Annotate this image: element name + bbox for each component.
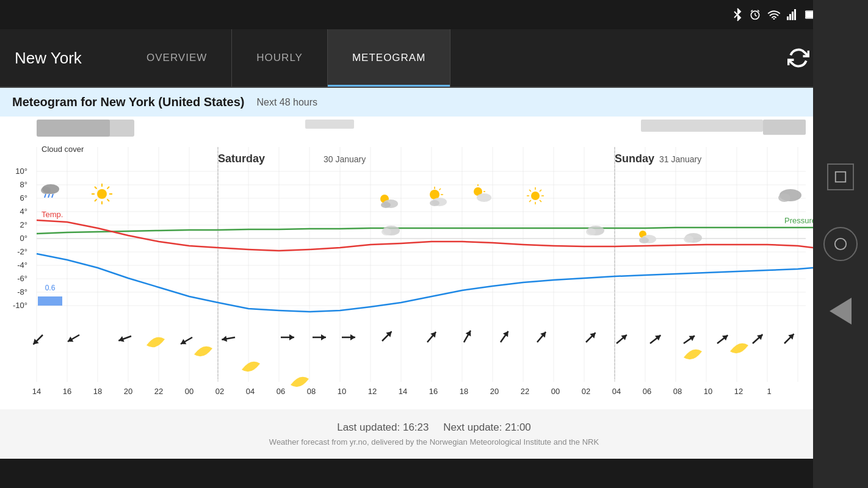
wind-arrow-11 xyxy=(461,329,474,343)
square-button[interactable] xyxy=(827,163,854,190)
svg-rect-182 xyxy=(836,172,846,182)
svg-line-1 xyxy=(734,15,737,18)
signal-icon xyxy=(787,9,799,20)
svg-text:14: 14 xyxy=(399,387,407,396)
svg-text:4°: 4° xyxy=(20,207,27,216)
svg-rect-18 xyxy=(763,120,806,135)
svg-line-83 xyxy=(52,194,53,198)
svg-point-92 xyxy=(430,200,439,206)
weather-icon-partcloud2 xyxy=(430,187,447,206)
wind-arrow-4 xyxy=(179,335,193,347)
svg-text:20: 20 xyxy=(124,387,132,396)
footer-update-info: Last updated: 16:23 Next update: 21:00 xyxy=(12,422,856,434)
svg-text:04: 04 xyxy=(612,387,621,396)
wind-arrow-9 xyxy=(380,329,394,343)
svg-text:00: 00 xyxy=(185,387,193,396)
status-bar: 16:25 xyxy=(0,0,868,29)
last-updated: Last updated: 16:23 xyxy=(337,422,429,433)
svg-text:-4°: -4° xyxy=(17,260,27,270)
svg-marker-124 xyxy=(179,339,186,347)
tab-overview[interactable]: OVERVIEW xyxy=(122,29,232,87)
refresh-button[interactable] xyxy=(783,42,814,74)
svg-line-116 xyxy=(540,200,541,202)
svg-line-113 xyxy=(529,190,531,192)
wind-arrow-1 xyxy=(31,332,45,346)
svg-point-108 xyxy=(531,192,540,200)
nav-bar: New York OVERVIEW HOURLY METEOGRAM xyxy=(0,29,868,88)
svg-text:02: 02 xyxy=(215,387,224,396)
weather-icon-partcloud4 xyxy=(639,231,656,243)
feels-line xyxy=(37,254,813,312)
pressure-label: Pressure xyxy=(784,216,813,225)
weather-icon-partcloud1 xyxy=(380,195,398,208)
chart-container: Cloud cover Saturday 30 January Sunday 3… xyxy=(0,117,813,409)
weather-icon-cloud-big xyxy=(778,189,801,202)
pressure-line xyxy=(37,228,813,234)
cloud-cover-label: Cloud cover xyxy=(42,145,84,154)
svg-text:22: 22 xyxy=(521,387,529,396)
precip-bar xyxy=(38,296,62,306)
svg-text:04: 04 xyxy=(246,387,255,396)
svg-line-0 xyxy=(734,12,737,15)
wind-arrow-14 xyxy=(584,331,598,345)
weather-icon-partcloud5 xyxy=(684,233,702,243)
svg-line-115 xyxy=(529,200,531,202)
weather-icon-sun1 xyxy=(92,184,112,204)
back-button[interactable] xyxy=(830,298,852,325)
svg-rect-7 xyxy=(789,14,791,20)
wind-arrow-7 xyxy=(313,334,326,340)
svg-text:-2°: -2° xyxy=(17,247,27,256)
wind-arrow-15 xyxy=(615,332,629,346)
svg-point-107 xyxy=(778,193,790,202)
svg-text:0°: 0° xyxy=(20,234,27,243)
svg-marker-132 xyxy=(350,334,355,340)
tab-hourly[interactable]: HOURLY xyxy=(232,29,328,87)
svg-point-98 xyxy=(382,228,391,235)
svg-line-78 xyxy=(107,199,110,202)
footer: Last updated: 16:23 Next update: 21:00 W… xyxy=(0,409,868,459)
weather-icon-cloud1 xyxy=(382,226,400,235)
svg-text:12: 12 xyxy=(368,387,377,396)
weather-icon-rain xyxy=(41,184,59,198)
svg-rect-16 xyxy=(305,120,354,129)
svg-text:14: 14 xyxy=(32,387,41,396)
svg-text:06: 06 xyxy=(643,387,651,396)
saturday-date: 30 January xyxy=(324,154,366,164)
tab-meteogram[interactable]: METEOGRAM xyxy=(328,29,450,87)
svg-marker-138 xyxy=(466,329,474,336)
weather-icon-cloud2 xyxy=(586,226,604,235)
moon-icon-1 xyxy=(146,337,165,348)
svg-text:-8°: -8° xyxy=(17,287,27,296)
svg-text:08: 08 xyxy=(307,387,316,396)
meteogram-content: Meteogram for New York (United States) N… xyxy=(0,88,813,409)
svg-rect-15 xyxy=(37,120,110,137)
svg-text:18: 18 xyxy=(93,387,102,396)
wind-arrow-5 xyxy=(221,334,235,343)
svg-text:12: 12 xyxy=(734,387,743,396)
svg-point-105 xyxy=(684,235,693,243)
circle-button[interactable] xyxy=(823,227,858,261)
wind-arrow-20 xyxy=(782,332,796,346)
wind-arrow-12 xyxy=(498,329,511,344)
svg-text:6°: 6° xyxy=(20,193,27,203)
sunday-label: Sunday xyxy=(615,152,654,165)
svg-rect-6 xyxy=(787,16,789,20)
moon-icon-6 xyxy=(730,343,748,354)
svg-marker-122 xyxy=(118,336,125,343)
svg-line-76 xyxy=(107,187,110,189)
svg-text:2°: 2° xyxy=(20,220,27,229)
svg-text:00: 00 xyxy=(551,387,560,396)
svg-point-96 xyxy=(477,193,491,202)
svg-text:18: 18 xyxy=(460,387,468,396)
svg-marker-130 xyxy=(321,334,326,340)
meteogram-subtitle: Next 48 hours xyxy=(256,97,317,108)
svg-text:22: 22 xyxy=(154,387,163,396)
svg-line-90 xyxy=(439,188,441,190)
wind-arrow-13 xyxy=(535,330,548,344)
svg-text:10: 10 xyxy=(338,387,346,396)
svg-point-5 xyxy=(773,18,775,20)
svg-text:-6°: -6° xyxy=(17,274,27,283)
svg-line-82 xyxy=(48,194,49,198)
wind-arrow-3 xyxy=(118,333,132,343)
alarm-icon xyxy=(749,9,761,21)
